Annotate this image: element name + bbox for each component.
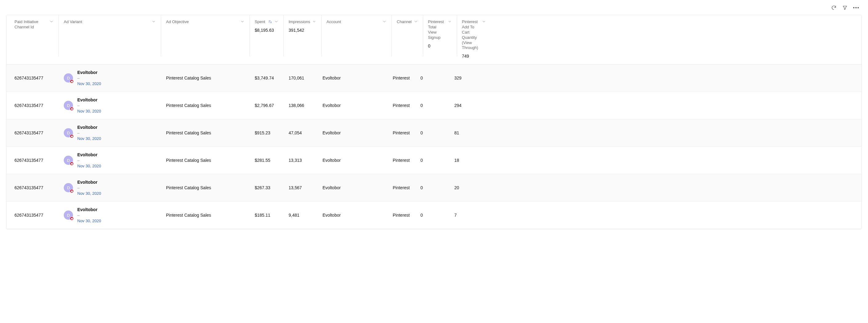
column-label: Channel: [397, 20, 411, 25]
sort-desc-icon[interactable]: [268, 20, 272, 25]
avatar: D: [64, 74, 73, 83]
column-header-ad-variant[interactable]: Ad Variant: [59, 15, 161, 56]
variant-date-link[interactable]: Nov 30, 2020: [77, 81, 101, 86]
cell-pinterest-total-view-signup: 0: [415, 64, 450, 91]
pinterest-badge-icon: [70, 217, 73, 221]
cell-impressions: 13,313: [284, 147, 317, 174]
column-summary: 0: [428, 43, 452, 49]
variant-subtitle: –: [77, 213, 101, 218]
chevron-down-icon[interactable]: [240, 20, 245, 25]
cell-pinterest-add-to-cart-quantity: 7: [450, 202, 483, 229]
column-header-spent[interactable]: Spent $8,195.63: [250, 15, 284, 56]
chevron-down-icon[interactable]: [49, 20, 54, 25]
cell-paid-initiative-channel-id: 626743135477: [6, 202, 59, 229]
variant-subtitle: –: [77, 103, 101, 108]
cell-ad-objective: Pinterest Catalog Sales: [161, 174, 250, 201]
column-header-account[interactable]: Account: [321, 15, 392, 56]
chevron-down-icon[interactable]: [312, 20, 316, 25]
chevron-down-icon[interactable]: [414, 20, 418, 25]
cell-ad-objective: Pinterest Catalog Sales: [161, 92, 250, 119]
pinterest-badge-icon: [70, 189, 73, 193]
column-header-pinterest-total-view-signup[interactable]: Pinterest Total View Signup 0: [423, 15, 457, 56]
column-label: Pinterest Total View Signup: [428, 20, 446, 40]
cell-spent: $281.55: [250, 147, 284, 174]
refresh-icon[interactable]: [831, 5, 837, 10]
column-summary: 749: [462, 54, 486, 59]
cell-impressions: 170,061: [284, 64, 317, 91]
variant-date-link[interactable]: Nov 30, 2020: [77, 218, 101, 224]
cell-ad-objective: Pinterest Catalog Sales: [161, 119, 250, 146]
column-label: Pinterest Add To Cart Quantity (View Thr…: [462, 20, 480, 51]
table-row[interactable]: 626743135477 D Evoltobor – Nov 30, 2020 …: [6, 92, 862, 119]
column-header-ad-objective[interactable]: Ad Objective: [161, 15, 250, 56]
variant-name: Evoltobor: [77, 97, 101, 102]
table-row[interactable]: 626743135477 D Evoltobor – Nov 30, 2020 …: [6, 64, 862, 92]
column-summary: $8,195.63: [255, 28, 278, 33]
variant-name: Evoltobor: [77, 152, 101, 157]
cell-ad-variant: D Evoltobor – Nov 30, 2020: [59, 92, 161, 119]
cell-ad-objective: Pinterest Catalog Sales: [161, 202, 250, 229]
variant-subtitle: –: [77, 158, 101, 163]
table-row[interactable]: 626743135477 D Evoltobor – Nov 30, 2020 …: [6, 202, 862, 229]
cell-ad-objective: Pinterest Catalog Sales: [161, 64, 250, 91]
variant-subtitle: –: [77, 76, 101, 81]
column-header-channel[interactable]: Channel: [392, 15, 423, 56]
cell-pinterest-total-view-signup: 0: [415, 92, 450, 119]
cell-pinterest-add-to-cart-quantity: 81: [450, 119, 483, 146]
avatar: D: [64, 183, 73, 192]
svg-point-5: [71, 135, 73, 137]
column-summary: 391,542: [289, 28, 316, 33]
variant-subtitle: –: [77, 131, 101, 136]
table-row[interactable]: 626743135477 D Evoltobor – Nov 30, 2020 …: [6, 119, 862, 147]
pinterest-badge-icon: [70, 135, 73, 138]
table-header-row: Paid Initiative Channel Id Ad Variant Ad…: [6, 15, 862, 64]
cell-pinterest-total-view-signup: 0: [415, 119, 450, 146]
variant-date-link[interactable]: Nov 30, 2020: [77, 109, 101, 114]
cell-ad-objective: Pinterest Catalog Sales: [161, 147, 250, 174]
cell-account: Evoltobor: [317, 174, 388, 201]
variant-name: Evoltobor: [77, 180, 101, 185]
cell-channel: Pinterest: [388, 119, 415, 146]
chevron-down-icon[interactable]: [482, 20, 486, 25]
chevron-down-icon[interactable]: [152, 20, 156, 25]
variant-date-link[interactable]: Nov 30, 2020: [77, 136, 101, 141]
cell-paid-initiative-channel-id: 626743135477: [6, 119, 59, 146]
table-row[interactable]: 626743135477 D Evoltobor – Nov 30, 2020 …: [6, 147, 862, 174]
cell-paid-initiative-channel-id: 626743135477: [6, 147, 59, 174]
pinterest-badge-icon: [70, 80, 73, 83]
variant-date-link[interactable]: Nov 30, 2020: [77, 164, 101, 169]
column-header-paid-initiative-channel-id[interactable]: Paid Initiative Channel Id: [6, 15, 59, 56]
cell-ad-variant: D Evoltobor – Nov 30, 2020: [59, 64, 161, 91]
chevron-down-icon[interactable]: [447, 20, 452, 25]
svg-point-8: [71, 217, 73, 219]
column-label: Ad Objective: [166, 20, 189, 25]
data-table: Paid Initiative Channel Id Ad Variant Ad…: [6, 15, 862, 229]
more-icon[interactable]: [853, 5, 859, 10]
chevron-down-icon[interactable]: [382, 20, 386, 25]
variant-subtitle: –: [77, 185, 101, 190]
variant-date-link[interactable]: Nov 30, 2020: [77, 191, 101, 196]
table-toolbar: [6, 3, 862, 15]
cell-ad-variant: D Evoltobor – Nov 30, 2020: [59, 119, 161, 146]
table-row[interactable]: 626743135477 D Evoltobor – Nov 30, 2020 …: [6, 174, 862, 202]
cell-spent: $185.11: [250, 202, 284, 229]
cell-spent: $2,796.67: [250, 92, 284, 119]
cell-paid-initiative-channel-id: 626743135477: [6, 64, 59, 91]
svg-point-7: [71, 190, 73, 192]
filter-icon[interactable]: [842, 5, 848, 10]
cell-pinterest-total-view-signup: 0: [415, 147, 450, 174]
cell-pinterest-add-to-cart-quantity: 20: [450, 174, 483, 201]
variant-name: Evoltobor: [77, 125, 101, 130]
column-header-pinterest-add-to-cart-quantity[interactable]: Pinterest Add To Cart Quantity (View Thr…: [457, 15, 491, 64]
column-header-impressions[interactable]: Impressions 391,542: [284, 15, 321, 56]
cell-pinterest-add-to-cart-quantity: 18: [450, 147, 483, 174]
column-label: Impressions: [289, 20, 310, 25]
cell-ad-variant: D Evoltobor – Nov 30, 2020: [59, 202, 161, 229]
avatar: D: [64, 101, 73, 110]
pinterest-badge-icon: [70, 107, 73, 111]
chevron-down-icon[interactable]: [274, 20, 278, 25]
cell-account: Evoltobor: [317, 119, 388, 146]
cell-impressions: 138,066: [284, 92, 317, 119]
cell-account: Evoltobor: [317, 147, 388, 174]
cell-account: Evoltobor: [317, 92, 388, 119]
